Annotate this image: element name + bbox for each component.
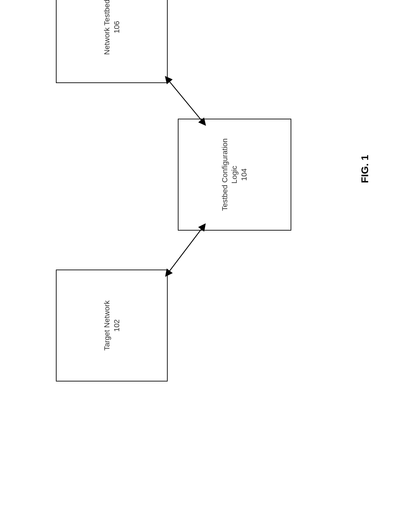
- node-label: Target Network: [102, 300, 112, 351]
- node-label: Testbed Configuration Logic: [220, 132, 239, 217]
- svg-line-1: [169, 81, 202, 120]
- node-ref: 102: [112, 319, 122, 332]
- node-testbed-config: Testbed Configuration Logic 104: [178, 119, 291, 231]
- node-label: Network Testbed: [102, 0, 112, 55]
- svg-line-0: [169, 229, 202, 271]
- figure-label: FIG. 1: [359, 155, 371, 183]
- diagram-canvas: Target Network 102 Testbed Configuration…: [0, 0, 420, 420]
- node-ref: 106: [112, 21, 122, 34]
- node-network-testbed: Network Testbed 106: [56, 0, 168, 83]
- node-ref: 104: [239, 169, 249, 181]
- node-target-network: Target Network 102: [56, 270, 168, 381]
